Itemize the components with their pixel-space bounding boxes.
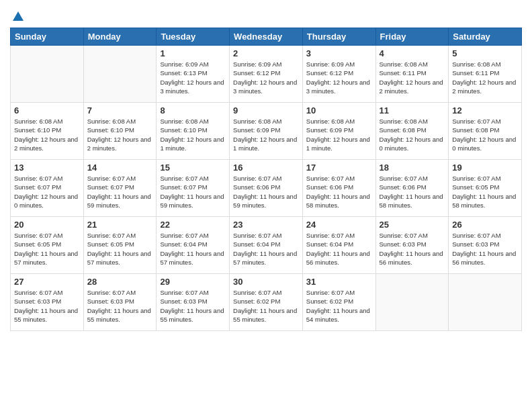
day-number: 16	[233, 163, 299, 173]
day-info: Sunrise: 6:07 AM Sunset: 6:06 PM Dayligh…	[380, 174, 445, 210]
day-number: 9	[233, 105, 299, 116]
day-info: Sunrise: 6:07 AM Sunset: 6:03 PM Dayligh…	[380, 231, 445, 267]
calendar-cell: 20Sunrise: 6:07 AM Sunset: 6:05 PM Dayli…	[11, 217, 84, 274]
calendar-body: 1Sunrise: 6:09 AM Sunset: 6:13 PM Daylig…	[11, 46, 522, 331]
calendar-cell: 14Sunrise: 6:07 AM Sunset: 6:07 PM Dayli…	[83, 160, 157, 217]
day-info: Sunrise: 6:07 AM Sunset: 6:03 PM Dayligh…	[14, 288, 80, 324]
day-of-week-header: Saturday	[449, 28, 522, 46]
day-of-week-header: Wednesday	[230, 28, 303, 46]
day-of-week-header: Thursday	[302, 28, 375, 46]
day-number: 5	[452, 48, 518, 58]
day-info: Sunrise: 6:08 AM Sunset: 6:10 PM Dayligh…	[160, 117, 226, 152]
calendar-header-row: SundayMondayTuesdayWednesdayThursdayFrid…	[11, 28, 522, 46]
calendar-cell: 2Sunrise: 6:09 AM Sunset: 6:12 PM Daylig…	[230, 46, 303, 103]
day-number: 17	[306, 163, 372, 173]
calendar-cell: 16Sunrise: 6:07 AM Sunset: 6:06 PM Dayli…	[230, 160, 303, 217]
calendar-cell: 19Sunrise: 6:07 AM Sunset: 6:05 PM Dayli…	[449, 160, 522, 217]
calendar-cell: 10Sunrise: 6:08 AM Sunset: 6:09 PM Dayli…	[302, 103, 375, 160]
day-info: Sunrise: 6:07 AM Sunset: 6:07 PM Dayligh…	[14, 174, 80, 210]
day-number: 3	[306, 48, 372, 58]
day-number: 8	[160, 105, 226, 116]
day-number: 30	[233, 277, 299, 287]
calendar-cell: 7Sunrise: 6:08 AM Sunset: 6:10 PM Daylig…	[83, 103, 157, 160]
day-of-week-header: Monday	[83, 28, 157, 46]
calendar-week-row: 20Sunrise: 6:07 AM Sunset: 6:05 PM Dayli…	[11, 217, 522, 274]
day-number: 1	[160, 48, 226, 58]
day-info: Sunrise: 6:08 AM Sunset: 6:09 PM Dayligh…	[306, 117, 372, 152]
day-info: Sunrise: 6:09 AM Sunset: 6:13 PM Dayligh…	[160, 60, 226, 95]
day-number: 23	[233, 220, 299, 230]
day-info: Sunrise: 6:08 AM Sunset: 6:11 PM Dayligh…	[380, 60, 445, 95]
day-info: Sunrise: 6:07 AM Sunset: 6:07 PM Dayligh…	[160, 174, 226, 210]
day-number: 24	[306, 220, 372, 230]
day-number: 22	[160, 220, 226, 230]
day-info: Sunrise: 6:07 AM Sunset: 6:02 PM Dayligh…	[306, 288, 372, 324]
day-info: Sunrise: 6:07 AM Sunset: 6:03 PM Dayligh…	[87, 288, 153, 324]
day-info: Sunrise: 6:08 AM Sunset: 6:10 PM Dayligh…	[14, 117, 80, 152]
calendar-cell: 21Sunrise: 6:07 AM Sunset: 6:05 PM Dayli…	[83, 217, 157, 274]
day-number: 15	[160, 163, 226, 173]
day-info: Sunrise: 6:07 AM Sunset: 6:04 PM Dayligh…	[306, 231, 372, 267]
day-info: Sunrise: 6:07 AM Sunset: 6:05 PM Dayligh…	[452, 174, 518, 210]
calendar-cell: 27Sunrise: 6:07 AM Sunset: 6:03 PM Dayli…	[11, 274, 84, 331]
calendar-cell: 30Sunrise: 6:07 AM Sunset: 6:02 PM Dayli…	[230, 274, 303, 331]
calendar-cell: 23Sunrise: 6:07 AM Sunset: 6:04 PM Dayli…	[230, 217, 303, 274]
day-number: 20	[14, 220, 80, 230]
day-of-week-header: Sunday	[11, 28, 84, 46]
day-info: Sunrise: 6:07 AM Sunset: 6:02 PM Dayligh…	[233, 288, 299, 324]
calendar-cell: 17Sunrise: 6:07 AM Sunset: 6:06 PM Dayli…	[302, 160, 375, 217]
page-header	[10, 10, 522, 21]
day-info: Sunrise: 6:07 AM Sunset: 6:03 PM Dayligh…	[452, 231, 518, 267]
day-of-week-header: Friday	[375, 28, 449, 46]
calendar-cell: 31Sunrise: 6:07 AM Sunset: 6:02 PM Dayli…	[302, 274, 375, 331]
day-of-week-header: Tuesday	[157, 28, 230, 46]
calendar-cell: 12Sunrise: 6:07 AM Sunset: 6:08 PM Dayli…	[449, 103, 522, 160]
calendar-week-row: 1Sunrise: 6:09 AM Sunset: 6:13 PM Daylig…	[11, 46, 522, 103]
day-number: 21	[87, 220, 153, 230]
day-info: Sunrise: 6:08 AM Sunset: 6:10 PM Dayligh…	[87, 117, 153, 152]
day-number: 6	[14, 105, 80, 116]
calendar-cell: 3Sunrise: 6:09 AM Sunset: 6:12 PM Daylig…	[302, 46, 375, 103]
calendar-cell: 9Sunrise: 6:08 AM Sunset: 6:09 PM Daylig…	[230, 103, 303, 160]
day-info: Sunrise: 6:07 AM Sunset: 6:04 PM Dayligh…	[160, 231, 226, 267]
day-info: Sunrise: 6:08 AM Sunset: 6:09 PM Dayligh…	[233, 117, 299, 152]
day-number: 19	[452, 163, 518, 173]
day-number: 11	[380, 105, 445, 116]
day-info: Sunrise: 6:07 AM Sunset: 6:03 PM Dayligh…	[160, 288, 226, 324]
calendar-cell: 13Sunrise: 6:07 AM Sunset: 6:07 PM Dayli…	[11, 160, 84, 217]
calendar-cell	[449, 274, 522, 331]
day-info: Sunrise: 6:07 AM Sunset: 6:06 PM Dayligh…	[306, 174, 372, 210]
calendar-cell: 24Sunrise: 6:07 AM Sunset: 6:04 PM Dayli…	[302, 217, 375, 274]
day-number: 31	[306, 277, 372, 287]
calendar-cell: 15Sunrise: 6:07 AM Sunset: 6:07 PM Dayli…	[157, 160, 230, 217]
day-number: 18	[380, 163, 445, 173]
svg-marker-0	[13, 11, 24, 21]
day-info: Sunrise: 6:09 AM Sunset: 6:12 PM Dayligh…	[306, 60, 372, 95]
calendar-week-row: 6Sunrise: 6:08 AM Sunset: 6:10 PM Daylig…	[11, 103, 522, 160]
day-number: 12	[452, 105, 518, 116]
day-number: 28	[87, 277, 153, 287]
day-info: Sunrise: 6:07 AM Sunset: 6:08 PM Dayligh…	[452, 117, 518, 152]
day-info: Sunrise: 6:07 AM Sunset: 6:07 PM Dayligh…	[87, 174, 153, 210]
calendar-cell: 25Sunrise: 6:07 AM Sunset: 6:03 PM Dayli…	[375, 217, 449, 274]
day-info: Sunrise: 6:09 AM Sunset: 6:12 PM Dayligh…	[233, 60, 299, 95]
day-number: 13	[14, 163, 80, 173]
calendar-week-row: 13Sunrise: 6:07 AM Sunset: 6:07 PM Dayli…	[11, 160, 522, 217]
day-number: 10	[306, 105, 372, 116]
day-number: 29	[160, 277, 226, 287]
logo-icon	[11, 10, 25, 24]
calendar-cell: 6Sunrise: 6:08 AM Sunset: 6:10 PM Daylig…	[11, 103, 84, 160]
calendar-cell: 5Sunrise: 6:08 AM Sunset: 6:11 PM Daylig…	[449, 46, 522, 103]
calendar-cell: 4Sunrise: 6:08 AM Sunset: 6:11 PM Daylig…	[375, 46, 449, 103]
calendar-cell	[11, 46, 84, 103]
calendar-cell	[83, 46, 157, 103]
calendar-cell: 28Sunrise: 6:07 AM Sunset: 6:03 PM Dayli…	[83, 274, 157, 331]
day-number: 14	[87, 163, 153, 173]
day-info: Sunrise: 6:07 AM Sunset: 6:06 PM Dayligh…	[233, 174, 299, 210]
calendar-cell: 1Sunrise: 6:09 AM Sunset: 6:13 PM Daylig…	[157, 46, 230, 103]
calendar-cell: 11Sunrise: 6:08 AM Sunset: 6:08 PM Dayli…	[375, 103, 449, 160]
calendar-cell: 26Sunrise: 6:07 AM Sunset: 6:03 PM Dayli…	[449, 217, 522, 274]
calendar-cell: 18Sunrise: 6:07 AM Sunset: 6:06 PM Dayli…	[375, 160, 449, 217]
calendar-cell: 8Sunrise: 6:08 AM Sunset: 6:10 PM Daylig…	[157, 103, 230, 160]
day-info: Sunrise: 6:07 AM Sunset: 6:05 PM Dayligh…	[87, 231, 153, 267]
